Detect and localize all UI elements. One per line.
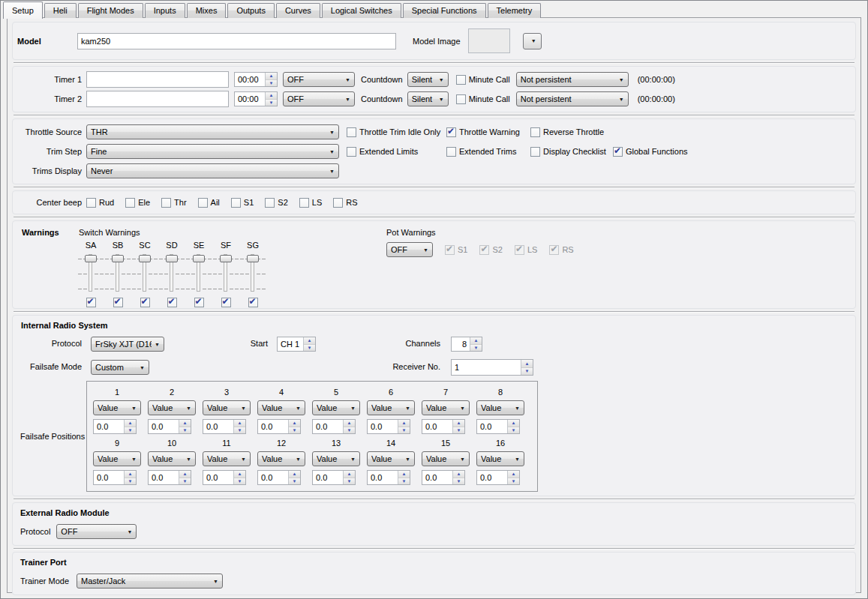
extended-trims-checkbox[interactable] <box>446 147 456 157</box>
failsafe-mode-select-ch8[interactable]: Value▼ <box>476 400 524 415</box>
tab-telemetry[interactable]: Telemetry <box>488 3 542 18</box>
throttle-warning-checkbox[interactable] <box>446 127 456 137</box>
spin-up-icon[interactable]: ▲ <box>521 360 533 368</box>
spin-buttons[interactable]: ▲▼ <box>521 360 533 375</box>
spin-down-icon[interactable]: ▼ <box>304 345 315 352</box>
center-beep-checkbox-ele[interactable] <box>125 198 135 208</box>
tab-flight-modes[interactable]: Flight Modes <box>78 3 143 18</box>
spin-down-icon[interactable]: ▼ <box>470 345 482 352</box>
failsafe-mode-select-ch6[interactable]: Value▼ <box>367 400 415 415</box>
spin-buttons[interactable]: ▲▼ <box>233 471 245 484</box>
switch-position-slider[interactable] <box>131 253 158 293</box>
failsafe-mode-select-ch16[interactable]: Value▼ <box>476 451 524 466</box>
failsafe-value-spin-ch3[interactable]: 0.0▲▼ <box>203 419 246 434</box>
failsafe-value-spin-ch15[interactable]: 0.0▲▼ <box>422 470 465 485</box>
center-beep-checkbox-rud[interactable] <box>86 198 96 208</box>
failsafe-value-spin-ch11[interactable]: 0.0▲▼ <box>203 470 246 485</box>
failsafe-mode-select-ch11[interactable]: Value▼ <box>203 451 251 466</box>
center-beep-checkbox-s1[interactable] <box>231 198 241 208</box>
spin-buttons[interactable]: ▲▼ <box>398 471 410 484</box>
switch-position-slider[interactable] <box>104 253 131 293</box>
spin-buttons[interactable]: ▲▼ <box>179 471 191 484</box>
tab-heli[interactable]: Heli <box>44 3 77 18</box>
timer-name-input[interactable] <box>86 71 229 88</box>
spin-buttons[interactable]: ▲▼ <box>507 471 519 484</box>
trainer-mode-select[interactable]: Master/Jack ▼ <box>77 574 223 589</box>
failsafe-value-spin-ch10[interactable]: 0.0▲▼ <box>148 470 191 485</box>
spin-buttons[interactable]: ▲▼ <box>265 92 277 106</box>
minute-call-checkbox[interactable] <box>456 75 466 85</box>
receiver-number-spin[interactable]: 1 ▲▼ <box>451 359 533 376</box>
timer-countdown-select[interactable]: Silent▼ <box>407 91 449 106</box>
switch-position-slider[interactable] <box>239 253 266 293</box>
center-beep-checkbox-thr[interactable] <box>161 198 171 208</box>
failsafe-mode-select-ch7[interactable]: Value▼ <box>422 400 470 415</box>
failsafe-mode-select-ch10[interactable]: Value▼ <box>148 451 196 466</box>
slider-handle[interactable] <box>139 255 151 262</box>
external-protocol-select[interactable]: OFF ▼ <box>56 524 137 539</box>
failsafe-mode-select-ch15[interactable]: Value▼ <box>422 451 470 466</box>
spin-buttons[interactable]: ▲▼ <box>124 420 136 433</box>
failsafe-value-spin-ch2[interactable]: 0.0▲▼ <box>148 419 191 434</box>
tab-mixes[interactable]: Mixes <box>187 3 227 18</box>
switch-warning-checkbox[interactable] <box>140 298 150 307</box>
spin-buttons[interactable]: ▲▼ <box>288 420 300 433</box>
failsafe-value-spin-ch8[interactable]: 0.0▲▼ <box>476 419 520 434</box>
failsafe-mode-select-ch1[interactable]: Value▼ <box>93 400 141 415</box>
failsafe-mode-select-ch3[interactable]: Value▼ <box>203 400 251 415</box>
spin-up-icon[interactable]: ▲ <box>304 337 315 345</box>
failsafe-value-spin-ch6[interactable]: 0.0▲▼ <box>367 419 410 434</box>
timer-time-spin[interactable]: 00:00▲▼ <box>234 91 278 106</box>
slider-handle[interactable] <box>112 255 124 262</box>
timer-name-input[interactable] <box>86 91 229 107</box>
pot-warning-mode-select[interactable]: OFF ▼ <box>386 242 433 257</box>
model-image-dropdown[interactable]: ▼ <box>523 33 542 49</box>
center-beep-checkbox-ls[interactable] <box>299 198 309 208</box>
spin-down-icon[interactable]: ▼ <box>521 368 533 376</box>
switch-warning-checkbox[interactable] <box>194 298 204 307</box>
throttle-trim-idle-only-checkbox[interactable] <box>347 127 356 137</box>
failsafe-value-spin-ch12[interactable]: 0.0▲▼ <box>257 470 301 485</box>
failsafe-value-spin-ch14[interactable]: 0.0▲▼ <box>367 470 410 485</box>
failsafe-mode-select-ch9[interactable]: Value▼ <box>93 451 141 466</box>
spin-buttons[interactable]: ▲▼ <box>343 420 355 433</box>
failsafe-mode-select-ch5[interactable]: Value▼ <box>312 400 360 415</box>
slider-handle[interactable] <box>85 255 97 262</box>
timer-countdown-select[interactable]: Silent▼ <box>407 72 449 87</box>
center-beep-checkbox-s2[interactable] <box>265 198 275 208</box>
center-beep-checkbox-ail[interactable] <box>198 198 208 208</box>
minute-call-checkbox[interactable] <box>456 94 466 104</box>
failsafe-mode-select-ch14[interactable]: Value▼ <box>367 451 415 466</box>
start-channel-spin[interactable]: CH 1 ▲▼ <box>277 337 316 352</box>
slider-handle[interactable] <box>247 255 259 262</box>
failsafe-mode-select-ch4[interactable]: Value▼ <box>257 400 305 415</box>
timer-mode-select[interactable]: OFF▼ <box>283 72 355 87</box>
spin-buttons[interactable]: ▲▼ <box>288 471 300 484</box>
failsafe-value-spin-ch5[interactable]: 0.0▲▼ <box>312 419 356 434</box>
switch-position-slider[interactable] <box>158 253 185 293</box>
center-beep-checkbox-rs[interactable] <box>333 198 343 208</box>
failsafe-mode-select-ch2[interactable]: Value▼ <box>148 400 196 415</box>
global-functions-checkbox[interactable] <box>613 147 623 157</box>
failsafe-value-spin-ch13[interactable]: 0.0▲▼ <box>312 470 356 485</box>
tab-outputs[interactable]: Outputs <box>227 3 275 18</box>
switch-warning-checkbox[interactable] <box>248 298 258 307</box>
spin-buttons[interactable]: ▲▼ <box>343 471 355 484</box>
timer-persistence-select[interactable]: Not persistent▼ <box>516 72 629 87</box>
internal-protocol-select[interactable]: FrSky XJT (D16) ▼ <box>91 337 164 352</box>
failsafe-mode-select[interactable]: Custom ▼ <box>91 360 149 375</box>
timer-mode-select[interactable]: OFF▼ <box>283 91 355 106</box>
reverse-throttle-checkbox[interactable] <box>530 127 540 137</box>
switch-warning-checkbox[interactable] <box>86 298 96 307</box>
failsafe-value-spin-ch1[interactable]: 0.0▲▼ <box>93 419 137 434</box>
tab-curves[interactable]: Curves <box>276 3 320 18</box>
spin-buttons[interactable]: ▲▼ <box>124 471 136 484</box>
display-checklist-checkbox[interactable] <box>530 147 540 157</box>
spin-buttons[interactable]: ▲▼ <box>179 420 191 433</box>
failsafe-value-spin-ch9[interactable]: 0.0▲▼ <box>93 470 137 485</box>
switch-warning-checkbox[interactable] <box>167 298 177 307</box>
spin-buttons[interactable]: ▲▼ <box>507 420 519 433</box>
switch-position-slider[interactable] <box>212 253 239 293</box>
slider-handle[interactable] <box>193 255 205 262</box>
trim-step-select[interactable]: Fine ▼ <box>86 144 339 159</box>
